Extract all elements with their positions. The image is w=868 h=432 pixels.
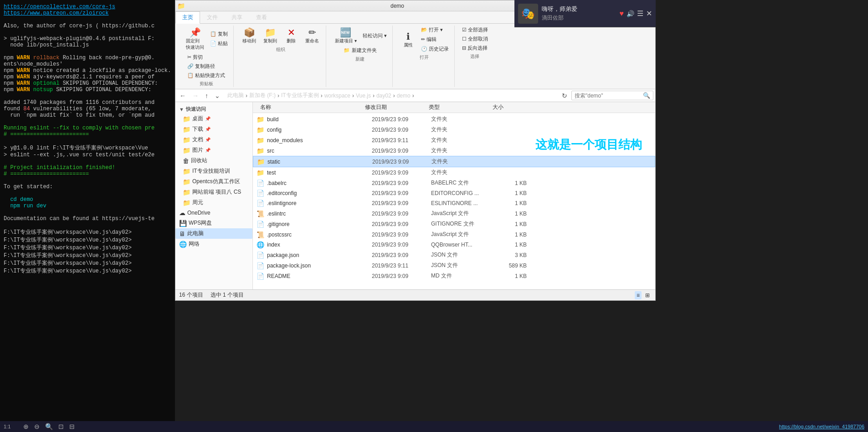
breadcrumb-computer: 此电脑 <box>227 92 244 99</box>
column-headers: 名称 修改日期 类型 大小 <box>253 102 655 113</box>
sidebar-item-it-training[interactable]: 📁 IT专业技能培训 <box>175 166 252 176</box>
file-row[interactable]: 📁 build 2019/9/23 9:09 文件夹 <box>253 114 655 124</box>
file-icon: 📄 <box>257 273 264 280</box>
zoom-in-button[interactable]: ⊕ <box>21 422 31 431</box>
file-row[interactable]: 📁 test 2019/9/23 9:09 文件夹 <box>253 167 655 178</box>
menu-icon[interactable]: ☰ <box>637 9 643 18</box>
zoom-reset-button[interactable]: 🔍 <box>43 422 55 431</box>
file-row-selected[interactable]: 📁 static 2019/9/23 9:09 文件夹 <box>253 156 655 167</box>
js-file-icon: 📜 <box>257 231 264 238</box>
sidebar-item-recycle[interactable]: 🗑 回收站 <box>175 155 252 166</box>
up-button[interactable]: ↑ <box>203 91 211 100</box>
file-row[interactable]: 📄 .eslintignore 2019/9/23 9:09 ESLINTIGN… <box>253 198 655 208</box>
back-button[interactable]: ← <box>177 91 188 100</box>
folder-icon: 📁 <box>183 147 190 154</box>
details-view-button[interactable]: ≡ <box>635 291 642 299</box>
search-box[interactable]: 🔍 <box>571 91 653 100</box>
zoom-out-button[interactable]: ⊖ <box>32 422 41 431</box>
file-row[interactable]: 📄 README 2019/9/23 9:09 MD 文件 1 KB <box>253 271 655 281</box>
file-row[interactable]: 📁 config 2019/9/23 9:09 文件夹 <box>253 124 655 135</box>
tab-view[interactable]: 查看 <box>249 11 274 24</box>
heart-icon[interactable]: ♥ <box>620 10 624 18</box>
edit-button[interactable]: ✏ 编辑 <box>419 35 451 44</box>
delete-button[interactable]: ✕ 删除 <box>281 26 301 46</box>
invert-selection-button[interactable]: ⊟ 反向选择 <box>460 44 490 52</box>
col-date[interactable]: 修改日期 <box>363 103 427 111</box>
sidebar-item-wpsdisk[interactable]: 💾 WPS网盘 <box>175 218 252 228</box>
history-button[interactable]: 🕐 历史记录 <box>419 45 451 53</box>
sidebar-item-network[interactable]: 🌐 网络 <box>175 239 252 249</box>
move-to-button[interactable]: 📦 移动到 <box>239 26 259 46</box>
file-date: 2019/9/23 9:09 <box>372 200 431 206</box>
file-row[interactable]: 📜 .postcssrc 2019/9/23 9:09 JavaScript 文… <box>253 229 655 240</box>
tab-file[interactable]: 文件 <box>200 11 225 24</box>
organize-buttons: 📦 移动到 📁 复制到 ✕ 删除 ✏ 重命名 <box>239 26 322 46</box>
terminal-line <box>4 190 171 196</box>
sidebar-item-opentcs[interactable]: 📁 Opentcs仿真工作区 <box>175 176 252 187</box>
sidebar-item-onedrive[interactable]: ☁ OneDrive <box>175 208 252 218</box>
tab-home[interactable]: 主页 <box>175 11 200 24</box>
file-row[interactable]: 📜 .eslintrc 2019/9/23 9:09 JavaScript 文件… <box>253 208 655 219</box>
fit-page-button[interactable]: ⊟ <box>67 422 77 431</box>
sidebar-item-zhoyuan[interactable]: 📁 周元 <box>175 197 252 208</box>
fit-width-button[interactable]: ⊡ <box>56 422 66 431</box>
csdn-link[interactable]: https://blog.csdn.net/weixin_41987706 <box>779 424 864 429</box>
file-row[interactable]: 🌐 index 2019/9/23 9:09 QQBrowser HT... 1… <box>253 240 655 250</box>
cut-button[interactable]: ✂ 剪切 <box>185 53 227 62</box>
open-button[interactable]: 📂 打开 ▾ <box>419 26 451 34</box>
file-row[interactable]: 📄 .editorconfig 2019/9/23 9:09 EDITORCON… <box>253 188 655 198</box>
file-name: package-lock.json <box>267 262 372 269</box>
ribbon-group-new: 🆕 新建项目 ▾ 轻松访问 ▾ 📁 新建文件夹 新建 <box>328 26 393 87</box>
col-name[interactable]: 名称 <box>258 103 363 111</box>
copy-button[interactable]: 📋 复制 <box>208 30 230 38</box>
sidebar-item-pictures[interactable]: 📁 图片 📌 <box>175 145 252 155</box>
sidebar-item-documents[interactable]: 📁 文档 📌 <box>175 134 252 145</box>
search-input[interactable] <box>575 93 643 99</box>
file-row[interactable]: 📄 .gitignore 2019/9/23 9:09 GITIGNORE 文件… <box>253 219 655 229</box>
forward-button[interactable]: → <box>190 91 201 100</box>
sidebar-item-thispc[interactable]: 🖥 此电脑 <box>175 228 252 239</box>
new-folder-button[interactable]: 📁 新建文件夹 <box>339 46 381 55</box>
file-row[interactable]: 📄 package.json 2019/9/23 9:09 JSON 文件 3 … <box>253 250 655 260</box>
file-row[interactable]: 📄 .babelrc 2019/9/23 9:09 BABELRC 文件 1 K… <box>253 178 655 188</box>
file-name: build <box>267 116 372 123</box>
rename-button[interactable]: ✏ 重命名 <box>302 26 322 46</box>
paste-icon: 📄 <box>210 41 216 46</box>
easy-access-button[interactable]: 轻松访问 ▾ <box>361 31 389 40</box>
tab-share[interactable]: 共享 <box>225 11 249 24</box>
refresh-button[interactable]: ↻ <box>560 91 570 100</box>
new-buttons: 🆕 新建项目 ▾ 轻松访问 ▾ <box>332 26 389 46</box>
folder-icon: 📁 <box>183 168 190 175</box>
paste-shortcut-button[interactable]: 📋 粘贴快捷方式 <box>185 71 227 80</box>
paste-button[interactable]: 📄 粘贴 <box>208 39 230 48</box>
col-size[interactable]: 大小 <box>491 103 527 111</box>
terminal-line: npm WARN notice created a lockfile as pa… <box>4 67 171 74</box>
sidebar-item-desktop[interactable]: 📁 桌面 📌 <box>175 113 252 124</box>
copy-path-button[interactable]: 🔗 复制路径 <box>185 62 227 71</box>
volume-icon[interactable]: 🔊 <box>627 10 634 17</box>
col-type[interactable]: 类型 <box>427 103 491 111</box>
terminal-line: npm run dev <box>4 203 171 209</box>
file-date: 2019/9/23 9:11 <box>372 262 431 269</box>
properties-button[interactable]: ℹ 属性 <box>398 30 418 50</box>
notif-close-button[interactable]: ✕ <box>646 9 652 18</box>
breadcrumb-demo: demo <box>397 93 411 99</box>
file-type: JSON 文件 <box>431 262 490 269</box>
pin-to-quick-access-button[interactable]: 📌 固定到快速访问 <box>183 26 207 52</box>
breadcrumb[interactable]: 此电脑 › 新加卷 (F:) › IT专业练手案例 › workspace › … <box>224 90 558 101</box>
file-type: 文件夹 <box>431 136 490 144</box>
sidebar-item-downloads[interactable]: 📁 下载 📌 <box>175 124 252 134</box>
file-row[interactable]: 📄 package-lock.json 2019/9/23 9:11 JSON … <box>253 260 655 271</box>
select-all-button[interactable]: ☑ 全部选择 <box>460 26 490 34</box>
computer-icon: 🖥 <box>179 230 185 237</box>
recent-button[interactable]: ⌄ <box>212 91 222 100</box>
new-item-button[interactable]: 🆕 新建项目 ▾ <box>332 26 360 46</box>
large-icons-view-button[interactable]: ⊞ <box>643 291 652 299</box>
file-size: 1 KB <box>490 242 527 248</box>
file-name: node_modules <box>267 137 372 144</box>
copy-to-button[interactable]: 📁 复制到 <box>260 26 280 46</box>
sidebar-section-quickaccess[interactable]: ▼ 快速访问 <box>175 104 252 113</box>
select-none-button[interactable]: ☐ 全部取消 <box>460 35 490 43</box>
file-date: 2019/9/23 9:09 <box>372 159 431 165</box>
sidebar-item-web-project[interactable]: 📁 网站前端 项目八 CS <box>175 187 252 197</box>
